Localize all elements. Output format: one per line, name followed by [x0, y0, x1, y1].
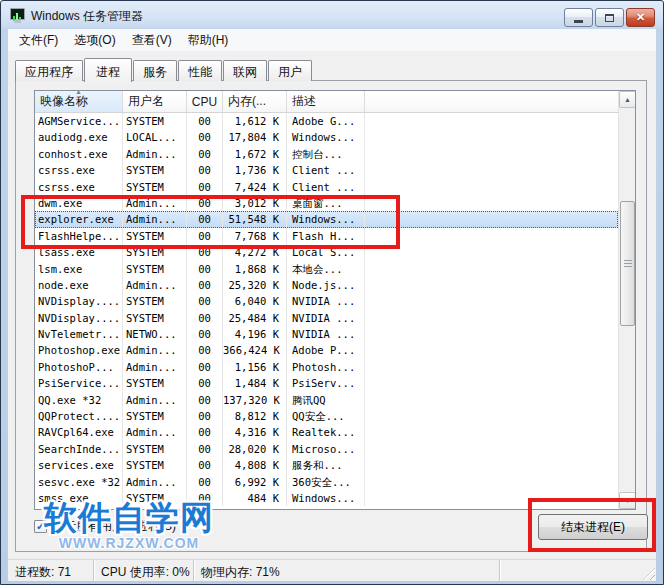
menu-item[interactable]: 选项(O): [66, 29, 123, 52]
scroll-up-icon: ▲: [624, 96, 631, 103]
scroll-down-icon: ▼: [624, 497, 631, 504]
title-bar[interactable]: Windows 任务管理器 ✕: [2, 2, 662, 29]
window-title: Windows 任务管理器: [31, 8, 143, 25]
table-row[interactable]: lsm.exe SYSTEM 00 1,868 K 本地会...: [35, 261, 618, 277]
table-row[interactable]: NVDisplay.... SYSTEM 00 6,040 K NVIDIA .…: [35, 293, 618, 309]
table-row[interactable]: explorer.exe Admin... 00 51,548 K Window…: [35, 211, 618, 227]
status-filler: [500, 560, 656, 581]
column-header[interactable]: CPU: [187, 91, 223, 112]
scrollbar-thumb[interactable]: [620, 201, 635, 326]
tab[interactable]: 联网: [223, 60, 267, 81]
table-row[interactable]: FlashHelpe... SYSTEM 00 7,768 K Flash H.…: [35, 228, 618, 244]
minimize-button[interactable]: [564, 8, 593, 27]
column-header[interactable]: 映像名称: [35, 91, 123, 112]
table-row[interactable]: smss.exe SYSTEM 00 484 K Windows...: [35, 490, 618, 506]
end-process-button[interactable]: 结束进程(E): [538, 514, 648, 540]
scroll-up-button[interactable]: ▲: [619, 91, 636, 108]
table-row[interactable]: sesvc.exe *32 Admin... 00 6,992 K 360安全.…: [35, 474, 618, 490]
table-row[interactable]: PsiService... SYSTEM 00 1,484 K PsiServ.…: [35, 375, 618, 391]
table-row[interactable]: csrss.exe SYSTEM 00 1,736 K Client ...: [35, 162, 618, 178]
resize-grip-icon[interactable]: [643, 568, 655, 580]
checkmark-icon: ✓: [36, 521, 45, 532]
task-manager-icon: [10, 8, 26, 23]
menu-bar: 文件(F)选项(O)查看(V)帮助(H): [8, 29, 656, 51]
processes-tab-page: 映像名称 用户名 CPU 内存(... 描述: [15, 80, 647, 552]
tab[interactable]: 性能: [178, 60, 222, 81]
table-row[interactable]: lsass.exe SYSTEM 00 4,272 K Local S...: [35, 244, 618, 260]
sort-asc-icon: [75, 91, 82, 95]
process-list[interactable]: 映像名称 用户名 CPU 内存(... 描述: [34, 90, 636, 510]
column-header[interactable]: 用户名: [123, 91, 187, 112]
column-header[interactable]: 内存(...: [223, 91, 287, 112]
table-row[interactable]: csrss.exe SYSTEM 00 7,424 K Client ...: [35, 179, 618, 195]
tab[interactable]: 应用程序: [15, 60, 83, 81]
table-row[interactable]: conhost.exe Admin... 00 1,672 K 控制台...: [35, 146, 618, 162]
minimize-icon: [574, 20, 583, 23]
tab[interactable]: 进程: [84, 58, 132, 82]
table-row[interactable]: AGMService... SYSTEM 00 1,612 K Adobe G.…: [35, 113, 618, 129]
table-row[interactable]: node.exe Admin... 00 25,320 K Node.js...: [35, 277, 618, 293]
show-all-users-row: ✓ 显示所有用户的进程(S): [34, 518, 176, 535]
list-header: 映像名称 用户名 CPU 内存(... 描述: [35, 91, 618, 113]
table-row[interactable]: NVDisplay.... SYSTEM 00 25,484 K NVIDIA …: [35, 310, 618, 326]
show-all-users-checkbox[interactable]: ✓: [34, 520, 47, 533]
column-header-filler: [365, 91, 618, 112]
table-row[interactable]: Photoshop.exe Admin... 00 366,424 K Adob…: [35, 342, 618, 358]
menu-item[interactable]: 文件(F): [11, 29, 66, 52]
maximize-button[interactable]: [595, 8, 624, 27]
tab-strip: 应用程序进程服务性能联网用户: [15, 57, 313, 81]
status-cpu-usage: CPU 使用率: 0%: [94, 560, 194, 581]
scroll-down-button[interactable]: ▼: [619, 492, 636, 509]
table-row[interactable]: QQ.exe *32 Admin... 00 137,320 K 腾讯QQ: [35, 392, 618, 408]
menu-item[interactable]: 帮助(H): [180, 29, 237, 52]
table-row[interactable]: NvTelemetr... NETWO... 00 4,196 K NVIDIA…: [35, 326, 618, 342]
vertical-scrollbar[interactable]: ▲ ▼: [618, 91, 635, 509]
column-header[interactable]: 描述: [287, 91, 365, 112]
menu-item[interactable]: 查看(V): [124, 29, 180, 52]
close-button[interactable]: ✕: [626, 8, 655, 27]
table-row[interactable]: PhotoshoP... Admin... 00 1,156 K Photosh…: [35, 359, 618, 375]
table-row[interactable]: SearchInde... SYSTEM 00 28,020 K Microso…: [35, 441, 618, 457]
table-row[interactable]: RAVCpl64.exe Admin... 00 4,316 K Realtek…: [35, 424, 618, 440]
close-icon: ✕: [636, 11, 645, 24]
status-bar: 进程数: 71 CPU 使用率: 0% 物理内存: 71%: [8, 559, 656, 581]
scrollbar-grip-icon: [624, 260, 632, 268]
table-row[interactable]: services.exe SYSTEM 00 4,808 K 服务和...: [35, 457, 618, 473]
maximize-icon: [605, 14, 614, 22]
status-process-count: 进程数: 71: [8, 560, 94, 581]
table-row[interactable]: dwm.exe Admin... 00 3,012 K 桌面窗...: [35, 195, 618, 211]
tab[interactable]: 用户: [268, 60, 312, 81]
table-row[interactable]: audiodg.exe LOCAL... 00 17,804 K Windows…: [35, 129, 618, 145]
task-manager-window: Windows 任务管理器 ✕ 文件(F)选项(O)查看(V)帮助(H) 应用程…: [0, 0, 664, 585]
status-physical-memory: 物理内存: 71%: [194, 560, 500, 581]
table-row[interactable]: QQProtect.... SYSTEM 00 8,812 K QQ安全...: [35, 408, 618, 424]
tab[interactable]: 服务: [133, 60, 177, 81]
show-all-users-label: 显示所有用户的进程(S): [52, 518, 176, 535]
list-body: AGMService... SYSTEM 00 1,612 K Adobe G.…: [35, 113, 618, 509]
client-area: 应用程序进程服务性能联网用户 映像名称 用户名 CPU: [8, 51, 656, 559]
